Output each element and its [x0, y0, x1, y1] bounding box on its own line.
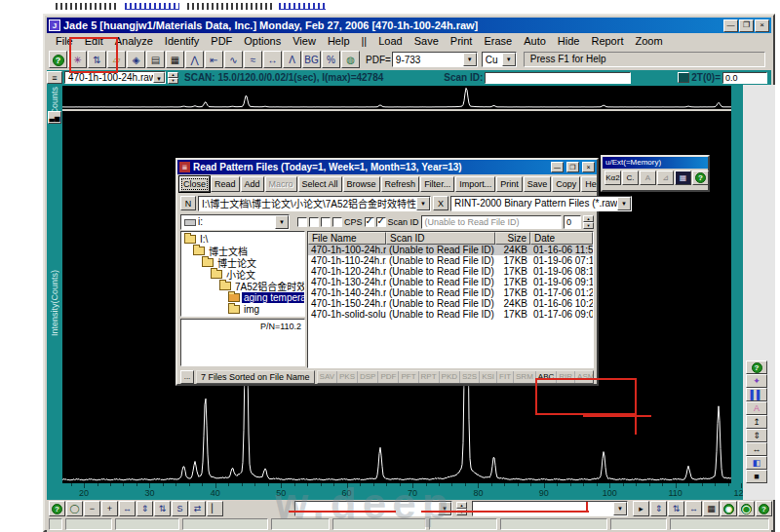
help-button[interactable]: ? — [756, 501, 772, 516]
menu-item-view[interactable]: View — [287, 34, 322, 48]
menu-item-pdf[interactable]: PDF — [205, 34, 238, 48]
grid-button[interactable]: ▦ — [675, 171, 691, 185]
wand-button[interactable]: ✳ — [68, 51, 87, 68]
peaks-button[interactable]: ⋀ — [185, 51, 204, 68]
maximize-button[interactable]: ❐ — [566, 162, 579, 172]
bottom-spinner[interactable]: ▲ ▼ — [456, 502, 467, 515]
two-theta-value[interactable]: 0.0 — [722, 72, 767, 84]
circle-button[interactable]: ◯ — [738, 501, 755, 516]
option-checkbox-4[interactable] — [332, 217, 342, 227]
help-button[interactable]: ? — [49, 51, 67, 68]
menu-item-hide[interactable]: Hide — [552, 34, 586, 48]
table-row[interactable]: 470-1h-130-24h.r...(Unable to Read File … — [308, 277, 593, 287]
minimize-button[interactable]: — — [723, 19, 738, 32]
column-header-file-name[interactable]: File Name — [308, 232, 386, 245]
stretch-vertical-button[interactable]: ⇕ — [746, 429, 767, 442]
font-button[interactable]: A — [746, 401, 767, 415]
h-expand-button[interactable]: ↔ — [685, 501, 702, 516]
option-checkbox-2[interactable] — [309, 217, 319, 227]
spin-up-icon[interactable]: ▲ — [456, 502, 467, 509]
swap-button[interactable]: ⇄ — [189, 501, 206, 516]
h-expand-button[interactable]: ↔ — [119, 501, 136, 516]
column-header-size[interactable]: Size — [495, 232, 530, 245]
circle-button[interactable]: ◯ — [66, 501, 83, 516]
c-button[interactable]: C. — [622, 171, 639, 185]
menu-item-file[interactable]: File — [50, 34, 79, 48]
expand-button[interactable]: ↔ — [263, 51, 282, 68]
overlay-button[interactable]: ◈ — [127, 51, 145, 68]
menu-item-analyze[interactable]: Analyze — [109, 34, 159, 48]
x-button[interactable]: X — [433, 196, 448, 210]
spin-down-icon[interactable]: ▼ — [168, 78, 178, 84]
find-peaks-button[interactable]: Λ — [283, 51, 301, 68]
stretch-vertical-button[interactable]: ⇕ — [650, 501, 667, 516]
browse-button[interactable]: Browse — [343, 176, 380, 192]
chevron-down-icon[interactable]: ▼ — [613, 502, 627, 515]
spin-down-icon[interactable]: ▼ — [583, 222, 594, 229]
sort-arrows-button[interactable]: ⇅ — [88, 51, 106, 68]
copy-button[interactable]: Copy — [552, 176, 580, 192]
close-button[interactable]: × — [755, 19, 769, 32]
refresh-button[interactable]: Refresh — [381, 176, 420, 192]
printer-button[interactable]: ▤ — [146, 51, 165, 68]
open-folder-button[interactable]: ▱ — [107, 51, 126, 68]
n-button[interactable]: N — [180, 196, 196, 210]
anode-combobox[interactable]: Cu ▼ — [482, 52, 517, 67]
pause-button[interactable]: ▌▌ — [746, 388, 767, 401]
chevron-down-icon[interactable]: ▼ — [438, 502, 451, 515]
help-button[interactable]: ? — [49, 501, 65, 516]
smooth-button[interactable]: ≈ — [244, 51, 262, 68]
chart-button[interactable]: ▦ — [703, 501, 720, 516]
table-row[interactable]: 470-1h-120-24h.r...(Unable to Read File … — [308, 266, 593, 277]
v-expand-button[interactable]: ⇕ — [136, 501, 153, 516]
menu-item-identify[interactable]: Identify — [159, 34, 205, 48]
print-button[interactable]: Print — [496, 176, 523, 192]
zoom-out-button[interactable]: − — [84, 501, 100, 516]
compress-arrows-button[interactable]: ✦ — [746, 374, 767, 388]
target-button[interactable]: ◉ — [721, 501, 737, 516]
menu-item-erase[interactable]: Erase — [478, 34, 518, 48]
drive-combobox[interactable]: i: ▼ — [180, 214, 290, 230]
menu-item-load[interactable]: Load — [372, 34, 408, 48]
percent-button[interactable]: % — [322, 51, 340, 68]
maximize-button[interactable]: ❐ — [739, 19, 754, 32]
s-button[interactable]: S — [172, 501, 188, 516]
menu-item-options[interactable]: Options — [238, 34, 287, 48]
scan-file-combobox[interactable]: 470-1h-100-24h.raw ▼ — [64, 71, 166, 84]
overview-pane[interactable] — [62, 86, 731, 109]
background-button[interactable]: BG — [302, 51, 321, 68]
scan-spinner[interactable]: ▲ ▼ — [168, 72, 178, 84]
menu-item-sep[interactable]: || — [356, 34, 373, 48]
spin-up-icon[interactable]: ▲ — [583, 215, 594, 222]
dialog-spinner[interactable]: ▲ ▼ — [583, 215, 594, 229]
zoom-in-button[interactable]: + — [101, 501, 118, 516]
option-checkbox-1[interactable] — [297, 217, 307, 227]
shift-up-button[interactable]: ↥ — [746, 415, 767, 429]
cursor-button[interactable]: ▏ — [207, 501, 223, 516]
menu-item-auto[interactable]: Auto — [518, 34, 552, 48]
chevron-down-icon[interactable]: ▼ — [502, 53, 516, 66]
read-button[interactable]: Read — [211, 176, 240, 192]
column-header-scan-id[interactable]: Scan ID — [386, 232, 495, 245]
help-button[interactable]: ? — [746, 361, 767, 374]
image-button[interactable]: ▦ — [166, 51, 184, 68]
table-row[interactable]: 470-1h-100-24h.r...(Unable to Read File … — [308, 245, 593, 255]
more-button[interactable]: ... — [180, 370, 194, 384]
swap-vertical-button[interactable]: ⇅ — [668, 501, 684, 516]
scan-id-field[interactable]: (Unable to Read File ID) — [421, 215, 562, 229]
chevron-down-icon[interactable]: ▼ — [416, 197, 430, 210]
column-header-date[interactable]: Date — [530, 232, 593, 245]
menu-item-zoom[interactable]: Zoom — [629, 34, 668, 48]
close-button[interactable]: Close — [179, 176, 210, 192]
table-row[interactable]: 470-1h-110-24h.r...(Unable to Read File … — [308, 255, 593, 266]
wave-button[interactable]: ∿ — [224, 51, 243, 68]
list-icon[interactable]: ≡ — [47, 71, 62, 84]
add-button[interactable]: Add — [241, 176, 264, 192]
swap-vertical-button[interactable]: ⇅ — [154, 501, 171, 516]
menu-item-edit[interactable]: Edit — [79, 34, 109, 48]
help-button[interactable]: Help — [581, 176, 597, 192]
globe-button[interactable]: ◍ — [341, 51, 360, 68]
chevron-down-icon[interactable]: ▼ — [153, 72, 165, 83]
stop-button[interactable]: ■ — [746, 470, 767, 483]
spin-value-field[interactable]: 0 — [564, 215, 581, 229]
